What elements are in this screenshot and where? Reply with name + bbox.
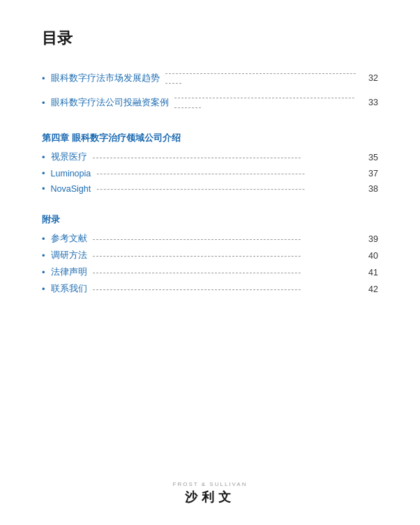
list-item: • 法律声明 ---------------------------------…	[42, 266, 378, 278]
toc-item-label[interactable]: Luminopia	[51, 169, 91, 178]
toc-page-number: 32	[364, 73, 378, 83]
list-item: • 联系我们 ---------------------------------…	[42, 283, 378, 295]
section-heading: 第四章 眼科数字治疗领域公司介绍	[42, 132, 378, 144]
toc-item-label[interactable]: 眼科数字疗法公司投融资案例	[51, 97, 169, 109]
toc-page-number: 42	[364, 284, 378, 294]
footer: FROST & SULLIVAN 沙利文	[0, 481, 420, 505]
toc-page-number: 39	[364, 234, 378, 244]
list-item: • NovaSight ----------------------------…	[42, 183, 378, 194]
toc-dots: ----------------------------------------…	[165, 68, 359, 88]
toc-dots: ----------------------------------------…	[93, 153, 359, 162]
toc-item-label[interactable]: 视景医疗	[51, 151, 87, 163]
bullet-icon: •	[42, 284, 45, 294]
toc-dots: ----------------------------------------…	[93, 251, 359, 261]
toc-dots: ----------------------------------------…	[93, 234, 359, 244]
bullet-icon: •	[42, 234, 45, 244]
toc-dots: ----------------------------------------…	[93, 284, 359, 294]
section-heading: 附录	[42, 213, 378, 226]
page-title: 目录	[42, 28, 378, 49]
toc-dots: ----------------------------------------…	[96, 184, 359, 194]
toc-page-number: 37	[364, 169, 378, 178]
list-item: • 视景医疗 ---------------------------------…	[42, 151, 378, 163]
toc-page-number: 33	[364, 98, 378, 107]
toc-item-label[interactable]: 联系我们	[51, 283, 87, 295]
bullet-icon: •	[42, 250, 45, 261]
toc-item-label[interactable]: 参考文献	[51, 233, 87, 245]
toc-section-1: • 眼科数字疗法市场发展趋势 -------------------------…	[42, 68, 378, 112]
toc-page-number: 38	[364, 184, 378, 194]
toc-item-label[interactable]: 眼科数字疗法市场发展趋势	[51, 73, 160, 84]
list-item: • 眼科数字疗法公司投融资案例 ------------------------…	[42, 93, 378, 112]
toc-dots: ----------------------------------------…	[96, 169, 359, 178]
bullet-icon: •	[42, 73, 45, 84]
toc-page-number: 41	[364, 268, 378, 277]
list-item: • Luminopia ----------------------------…	[42, 168, 378, 178]
list-item: • 眼科数字疗法市场发展趋势 -------------------------…	[42, 68, 378, 88]
toc-section-3: 附录 • 参考文献 ------------------------------…	[42, 213, 378, 295]
bullet-icon: •	[42, 183, 45, 194]
toc-item-label[interactable]: NovaSight	[51, 184, 91, 194]
list-item: • 参考文献 ---------------------------------…	[42, 233, 378, 245]
frost-sullivan-text: FROST & SULLIVAN	[173, 481, 248, 487]
bullet-icon: •	[42, 152, 45, 162]
list-item: • 调研方法 ---------------------------------…	[42, 250, 378, 261]
toc-page-number: 35	[364, 153, 378, 162]
toc-page-number: 40	[364, 251, 378, 261]
bullet-icon: •	[42, 98, 45, 108]
bullet-icon: •	[42, 168, 45, 178]
company-chinese-name: 沙利文	[185, 489, 235, 505]
page: 目录 • 眼科数字疗法市场发展趋势 ----------------------…	[0, 0, 420, 525]
toc-item-label[interactable]: 调研方法	[51, 250, 87, 261]
toc-section-2: 第四章 眼科数字治疗领域公司介绍 • 视景医疗 ----------------…	[42, 132, 378, 194]
toc-dots: ----------------------------------------…	[174, 93, 359, 112]
toc-dots: ----------------------------------------…	[93, 268, 359, 277]
bullet-icon: •	[42, 267, 45, 277]
toc-item-label[interactable]: 法律声明	[51, 266, 87, 278]
